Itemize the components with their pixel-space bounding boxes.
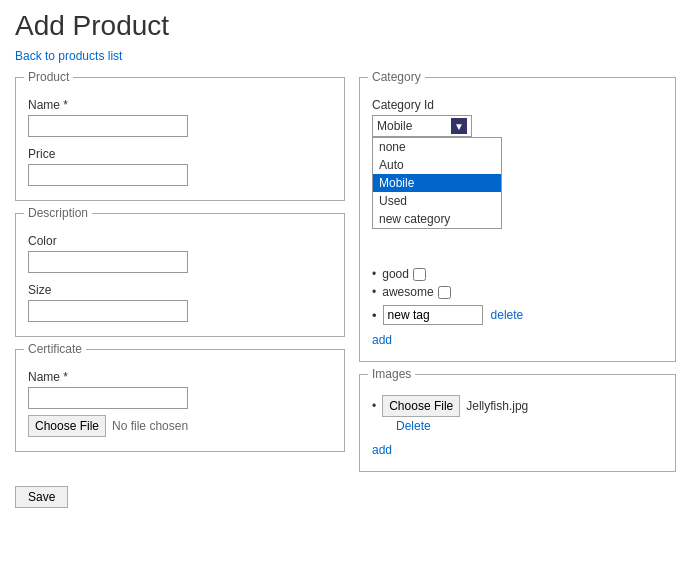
images-legend: Images xyxy=(368,367,415,381)
cert-file-row: Choose File No file chosen xyxy=(28,415,332,437)
delete-tag-link[interactable]: delete xyxy=(491,308,524,322)
image-choose-file-button[interactable]: Choose File xyxy=(382,395,460,417)
category-dropdown-list: none Auto Mobile Used new category xyxy=(372,137,502,229)
category-selected-value: Mobile xyxy=(377,119,412,133)
tag-awesome-label: awesome xyxy=(382,285,433,299)
save-button[interactable]: Save xyxy=(15,486,68,508)
color-field-group: Color xyxy=(28,234,332,273)
new-tag-row: • delete xyxy=(372,305,663,325)
tag-good-item: • good xyxy=(372,267,663,281)
category-dropdown-container[interactable]: Mobile ▼ none Auto Mobile Used new categ… xyxy=(372,115,472,137)
price-input[interactable] xyxy=(28,164,188,186)
cert-no-file-text: No file chosen xyxy=(112,419,188,433)
name-label: Name * xyxy=(28,98,332,112)
dropdown-option-auto[interactable]: Auto xyxy=(373,156,501,174)
size-input[interactable] xyxy=(28,300,188,322)
tag-good-label: good xyxy=(382,267,409,281)
delete-image-link[interactable]: Delete xyxy=(396,419,663,433)
tag-awesome-checkbox[interactable] xyxy=(438,286,451,299)
description-fieldset: Description Color Size xyxy=(15,213,345,337)
dropdown-option-none[interactable]: none xyxy=(373,138,501,156)
category-dropdown-display[interactable]: Mobile ▼ xyxy=(372,115,472,137)
add-tag-link[interactable]: add xyxy=(372,333,392,347)
cert-choose-file-button[interactable]: Choose File xyxy=(28,415,106,437)
name-field-group: Name * xyxy=(28,98,332,137)
tag-good-checkbox[interactable] xyxy=(413,268,426,281)
back-link[interactable]: Back to products list xyxy=(15,49,122,63)
save-section: Save xyxy=(15,486,676,508)
color-input[interactable] xyxy=(28,251,188,273)
tag-awesome-bullet: • xyxy=(372,285,376,299)
dropdown-option-mobile[interactable]: Mobile xyxy=(373,174,501,192)
certificate-legend: Certificate xyxy=(24,342,86,356)
dropdown-option-used[interactable]: Used xyxy=(373,192,501,210)
tag-good-bullet: • xyxy=(372,267,376,281)
cert-name-input[interactable] xyxy=(28,387,188,409)
add-image-link[interactable]: add xyxy=(372,443,392,457)
tag-awesome-item: • awesome xyxy=(372,285,663,299)
image-file-name: Jellyfish.jpg xyxy=(466,399,528,413)
page-title: Add Product xyxy=(15,10,676,42)
cert-name-field-group: Name * xyxy=(28,370,332,409)
price-label: Price xyxy=(28,147,332,161)
size-label: Size xyxy=(28,283,332,297)
new-tag-input[interactable] xyxy=(383,305,483,325)
color-label: Color xyxy=(28,234,332,248)
category-legend: Category xyxy=(368,70,425,84)
dropdown-option-new-category[interactable]: new category xyxy=(373,210,501,228)
name-input[interactable] xyxy=(28,115,188,137)
new-tag-bullet: • xyxy=(372,308,377,323)
dropdown-arrow-icon: ▼ xyxy=(451,118,467,134)
product-legend: Product xyxy=(24,70,73,84)
price-field-group: Price xyxy=(28,147,332,186)
image-item-row: • Choose File Jellyfish.jpg xyxy=(372,395,663,417)
tags-section: • good • awesome • delete add xyxy=(372,267,663,347)
product-fieldset: Product Name * Price xyxy=(15,77,345,201)
category-fieldset: Category Category Id Mobile ▼ none Auto … xyxy=(359,77,676,362)
cert-name-label: Name * xyxy=(28,370,332,384)
description-legend: Description xyxy=(24,206,92,220)
image-item: • Choose File Jellyfish.jpg Delete xyxy=(372,395,663,433)
image-bullet: • xyxy=(372,399,376,413)
size-field-group: Size xyxy=(28,283,332,322)
category-id-label: Category Id xyxy=(372,98,663,112)
images-fieldset: Images • Choose File Jellyfish.jpg Delet… xyxy=(359,374,676,472)
certificate-fieldset: Certificate Name * Choose File No file c… xyxy=(15,349,345,452)
